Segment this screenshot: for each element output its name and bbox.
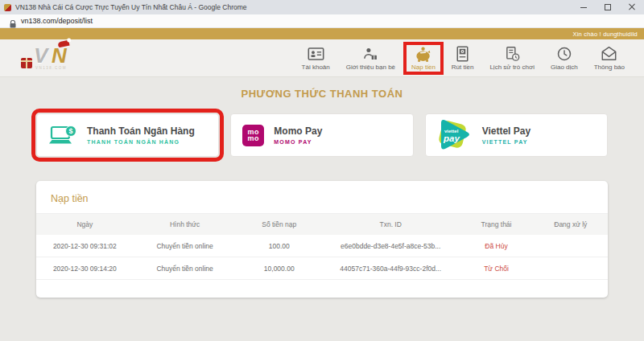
table-row: 2020-12-30 09:31:02 Chuyển tiền online 1…: [36, 235, 608, 257]
santa-hat-icon: [57, 40, 69, 48]
payment-method-title: Momo Pay: [274, 125, 322, 137]
clock-icon: [555, 46, 573, 62]
nav-item-tai-khoan[interactable]: Tài khoản: [294, 42, 338, 75]
table-title: Nạp tiền: [36, 181, 608, 214]
piggy-bank-icon: [415, 46, 432, 62]
address-url[interactable]: vn138.com/deposit/list: [21, 17, 93, 25]
nav-item-nap-tien[interactable]: Nạp tiền: [403, 42, 444, 75]
lock-icon[interactable]: [10, 17, 16, 25]
cell-amount: 100.00: [236, 242, 322, 250]
table-header-row: Ngày Hình thức Số tiền nạp Txn. ID Trạng…: [36, 214, 608, 235]
payment-method-title: Thanh Toán Ngân Hàng: [87, 125, 195, 137]
cell-txn-id: e6e0bdde-d3e8-4e5f-a8ce-53b...: [322, 242, 459, 250]
col-ngay: Ngày: [36, 220, 134, 228]
gift-icon: [21, 58, 32, 68]
status-badge: Từ Chối: [459, 265, 533, 273]
id-card-icon: [307, 46, 324, 62]
logo-subtext: VN138.COM: [35, 66, 67, 70]
atm-icon: [454, 46, 472, 62]
greeting-text: Xin chào ! dungthuidild: [573, 31, 638, 38]
cell-method: Chuyển tiền online: [134, 265, 237, 273]
mail-icon: [601, 46, 618, 62]
page-content: PHƯƠNG THỨC THANH TOÁN $ Thanh Toán Ngân…: [0, 77, 644, 298]
col-so-tien-nap: Số tiền nạp: [236, 220, 322, 228]
payment-method-bank[interactable]: $ Thanh Toán Ngân Hàng THANH TOÁN NGÂN H…: [36, 113, 219, 157]
table-row: 2020-12-30 09:14:20 Chuyển tiền online 1…: [36, 257, 608, 280]
col-trang-thai: Trạng thái: [459, 220, 533, 228]
browser-urlbar: vn138.com/deposit/list: [0, 14, 644, 28]
maximize-button[interactable]: [596, 0, 620, 14]
nav-item-thong-bao[interactable]: Thông báo: [586, 42, 633, 75]
browser-titlebar: VN138 Nhà Cái Cá Cược Trực Tuyến Uy Tín …: [0, 0, 644, 14]
deposit-history-card: Nạp tiền Ngày Hình thức Số tiền nạp Txn.…: [36, 181, 608, 298]
cell-txn-id: 44057c71-360a-44f9-93cc-2f0d...: [322, 265, 459, 273]
site-header: V N VN138.COM Tài khoản Giới thiệu bạn b…: [0, 39, 644, 77]
cell-amount: 10,000.00: [236, 265, 322, 273]
payment-method-subtitle: MOMO PAY: [274, 139, 322, 145]
payment-methods-row: $ Thanh Toán Ngân Hàng THANH TOÁN NGÂN H…: [36, 113, 608, 157]
svg-text:pay: pay: [443, 134, 460, 143]
payment-method-momo[interactable]: mo mo Momo Pay MOMO PAY: [230, 113, 413, 157]
vn138-logo[interactable]: V N VN138.COM: [16, 42, 82, 74]
browser-window: VN138 Nhà Cái Cá Cược Trực Tuyến Uy Tín …: [0, 0, 644, 341]
cell-date: 2020-12-30 09:14:20: [36, 265, 134, 273]
window-controls: [572, 0, 644, 14]
nav-item-lich-su-tro-choi[interactable]: Lịch sử trò chơi: [481, 42, 543, 75]
payment-method-subtitle: VIETTEL PAY: [482, 139, 530, 145]
referral-icon: [361, 46, 379, 62]
status-badge: Đã Hủy: [459, 242, 533, 250]
col-hinh-thuc: Hình thức: [134, 220, 237, 228]
viettelpay-logo: viettelpay: [434, 117, 473, 154]
cell-date: 2020-12-30 09:31:02: [36, 242, 134, 250]
minimize-button[interactable]: [572, 0, 596, 14]
bank-transfer-icon: $: [48, 124, 77, 146]
momo-logo: mo mo: [242, 125, 264, 146]
logo-letter-v: V: [34, 43, 47, 68]
payment-method-title: Viettel Pay: [482, 125, 530, 137]
nav-item-rut-tien[interactable]: Rút tiền: [444, 42, 482, 75]
payment-method-subtitle: THANH TOÁN NGÂN HÀNG: [87, 139, 195, 145]
main-nav: Tài khoản Giới thiệu bạn bè Nạp tiền Rút…: [294, 42, 633, 75]
col-dang-xu-ly: Đang xử lý: [534, 220, 608, 228]
nav-item-giao-dich[interactable]: Giao dịch: [543, 42, 586, 75]
svg-text:$: $: [68, 127, 72, 135]
page-title: PHƯƠNG THỨC THANH TOÁN: [0, 88, 644, 100]
payment-method-viettel[interactable]: viettelpay Viettel Pay VIETTEL PAY: [425, 113, 608, 157]
svg-text:viettel: viettel: [444, 129, 459, 134]
greeting-bar: Xin chào ! dungthuidild: [0, 28, 644, 39]
site-favicon-icon: [4, 4, 11, 11]
cell-method: Chuyển tiền online: [134, 242, 237, 250]
nav-item-gioi-thieu-ban-be[interactable]: Giới thiệu bạn bè: [338, 42, 403, 75]
window-title: VN138 Nhà Cái Cá Cược Trực Tuyến Uy Tín …: [15, 3, 247, 11]
close-button[interactable]: [620, 0, 644, 14]
game-history-icon: [503, 46, 521, 62]
col-txn-id: Txn. ID: [322, 220, 459, 228]
